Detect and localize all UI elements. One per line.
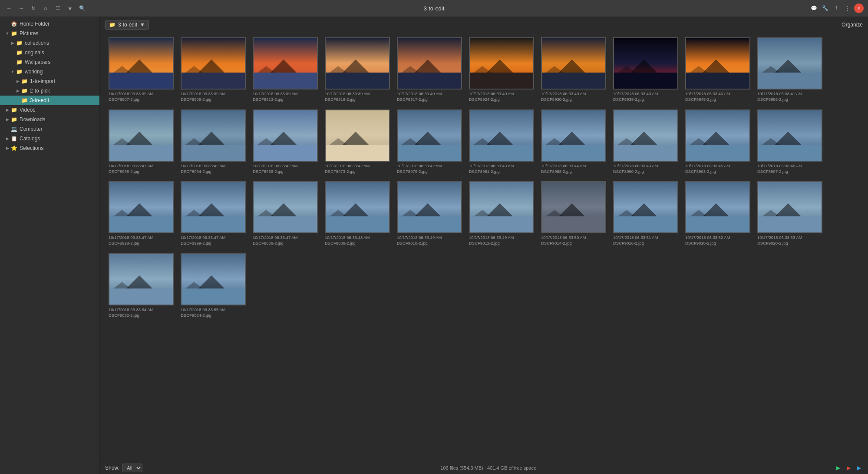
photo-item[interactable]: 10/17/2018 06:33:41 AMDSCF8958-2.jpg xyxy=(109,109,174,175)
photo-item[interactable]: 10/17/2018 06:33:45 AMDSCF8993-2.jpg xyxy=(685,109,750,175)
photo-item[interactable]: 10/17/2018 06:33:41 AMDSCF8956-2.jpg xyxy=(757,37,822,103)
arrow-icon: ▶ xyxy=(4,107,10,113)
photo-item[interactable]: 10/17/2018 06:33:40 AMDSCF8945-2.jpg xyxy=(685,37,750,103)
photo-item[interactable]: 10/17/2018 06:33:49 AMDSCF9010-2.jpg xyxy=(397,181,462,246)
photo-item[interactable]: 10/17/2018 06:33:42 AMDSCF8979-2.jpg xyxy=(397,109,462,175)
back-button[interactable]: ← xyxy=(4,3,14,13)
sidebar-item-label: collections xyxy=(25,40,96,46)
statusbar: Show: All 106 files (554.3 MB) · 401.4 G… xyxy=(100,461,868,474)
sidebar-item-label: 2-to-pick xyxy=(30,88,96,94)
sidebar-item-originals[interactable]: 📁originals xyxy=(0,48,99,57)
photo-item[interactable]: 10/17/2018 06:33:46 AMDSCF8997-2.jpg xyxy=(757,109,822,175)
photo-item[interactable]: 10/17/2018 06:33:40 AMDSCF8930-2.jpg xyxy=(541,37,606,103)
photo-item[interactable]: 10/17/2018 06:33:51 AMDSCF9016-2.jpg xyxy=(613,181,678,246)
photo-date: 10/17/2018 06:33:42 AM xyxy=(325,163,390,169)
photo-item[interactable]: 10/17/2018 06:33:47 AMDSCF8998-2.jpg xyxy=(109,181,174,246)
photo-item[interactable]: 10/17/2018 06:33:52 AMDSCF9018-2.jpg xyxy=(685,181,750,246)
sidebar-item-computer[interactable]: 💻Computer xyxy=(0,124,99,134)
photo-filename: DSCF8916-2.jpg xyxy=(325,96,390,102)
bookmark-button[interactable]: ★ xyxy=(65,3,75,13)
search-button[interactable]: 🔍 xyxy=(77,3,87,13)
photo-item[interactable]: 10/17/2018 06:33:54 AMDSCF9022-2.jpg xyxy=(109,253,174,318)
arrow-icon: ▶ xyxy=(4,116,10,123)
photo-item[interactable]: 10/17/2018 06:33:39 AMDSCF8909-2.jpg xyxy=(181,37,246,103)
play-blue-button[interactable]: ▶ xyxy=(855,464,863,472)
photo-filename: DSCF9016-2.jpg xyxy=(613,240,678,246)
titlebar-right: 💬 🔧 ⇡ ⋮ ✕ xyxy=(809,3,864,13)
close-button[interactable]: ✕ xyxy=(854,3,864,13)
files-button[interactable]: ☷ xyxy=(53,3,63,13)
sidebar-item-wallpapers[interactable]: 📁Wallpapers xyxy=(0,57,99,67)
arrow-icon xyxy=(10,59,16,65)
sidebar-item-catalogs[interactable]: ▶📋Catalogs xyxy=(0,134,99,143)
photo-item[interactable]: 10/17/2018 06:33:47 AMDSCF8999-2.jpg xyxy=(181,181,246,246)
folder-icon: 📁 xyxy=(21,97,28,104)
photo-item[interactable]: 10/17/2018 06:33:42 AMDSCF8964-2.jpg xyxy=(181,109,246,175)
forward-button[interactable]: → xyxy=(17,3,26,13)
refresh-button[interactable]: ↻ xyxy=(29,3,38,13)
photo-filename: DSCF9008-2.jpg xyxy=(325,240,390,246)
sidebar-item-label: Downloads xyxy=(20,116,96,123)
sidebar-item-pictures[interactable]: ▼📁Pictures xyxy=(0,29,99,38)
photo-item[interactable]: 10/17/2018 06:33:55 AMDSCF9024-2.jpg xyxy=(181,253,246,318)
tools-icon[interactable]: 🔧 xyxy=(820,3,830,13)
photo-item[interactable]: 10/17/2018 06:33:43 AMDSCF8990-2.jpg xyxy=(613,109,678,175)
show-label: Show: xyxy=(105,465,119,471)
photo-date: 10/17/2018 06:33:39 AM xyxy=(325,91,390,96)
chat-icon[interactable]: 💬 xyxy=(809,3,818,13)
play-red-button[interactable]: ▶ xyxy=(845,464,852,472)
photo-item[interactable]: 10/17/2018 06:33:53 AMDSCF9020-2.jpg xyxy=(757,181,822,246)
photo-filename: DSCF8981-2.jpg xyxy=(469,169,534,174)
sidebar-item-collections[interactable]: ▶📁collections xyxy=(0,38,99,48)
sidebar-item-1-to-import[interactable]: ▶📁1-to-import xyxy=(0,76,99,86)
home-button[interactable]: ⌂ xyxy=(41,3,50,13)
photo-meta: 10/17/2018 06:33:41 AMDSCF8956-2.jpg xyxy=(757,91,822,103)
photo-item[interactable]: 10/17/2018 06:33:42 AMDSCF8973-2.jpg xyxy=(325,109,390,175)
photo-item[interactable]: 10/17/2018 06:33:48 AMDSCF9008-2.jpg xyxy=(325,181,390,246)
play-green-button[interactable]: ▶ xyxy=(834,464,842,472)
sidebar-item-2-to-pick[interactable]: ▶📁2-to-pick xyxy=(0,86,99,96)
photo-item[interactable]: 10/17/2018 06:33:40 AMDSCF8924-2.jpg xyxy=(469,37,534,103)
photo-meta: 10/17/2018 06:33:49 AMDSCF9012-2.jpg xyxy=(469,235,534,246)
photo-thumbnail xyxy=(685,37,750,89)
photo-item[interactable]: 10/17/2018 06:33:47 AMDSCF9006-2.jpg xyxy=(253,181,318,246)
photo-item[interactable]: 10/17/2018 06:33:43 AMDSCF8981-2.jpg xyxy=(469,109,534,175)
photo-filename: DSCF8956-2.jpg xyxy=(757,96,822,102)
sidebar-item-home-folder[interactable]: 🏠Home Folder xyxy=(0,19,99,29)
photo-filename: DSCF8993-2.jpg xyxy=(685,169,750,174)
menu-icon[interactable]: ⋮ xyxy=(843,3,852,13)
photo-item[interactable]: 10/17/2018 06:33:40 AMDSCF8939-2.jpg xyxy=(613,37,678,103)
photo-item[interactable]: 10/17/2018 06:33:44 AMDSCF8988-2.jpg xyxy=(541,109,606,175)
photo-date: 10/17/2018 06:33:55 AM xyxy=(181,307,246,312)
photo-date: 10/17/2018 06:33:40 AM xyxy=(541,91,606,96)
upload-icon[interactable]: ⇡ xyxy=(832,3,841,13)
sidebar-item-downloads[interactable]: ▶📁Downloads xyxy=(0,115,99,124)
photo-item[interactable]: 10/17/2018 06:33:40 AMDSCF8917-2.jpg xyxy=(397,37,462,103)
photo-item[interactable]: 10/17/2018 06:33:42 AMDSCF8966-2.jpg xyxy=(253,109,318,175)
organize-button[interactable]: Organize xyxy=(842,22,863,28)
photo-item[interactable]: 10/17/2018 06:33:49 AMDSCF9012-2.jpg xyxy=(469,181,534,246)
folder-icon: 📁 xyxy=(10,106,17,113)
sidebar-item-label: Selections xyxy=(20,145,96,151)
breadcrumb-button[interactable]: 📁 3-to-edit ▼ xyxy=(105,20,149,30)
photo-meta: 10/17/2018 06:33:40 AMDSCF8924-2.jpg xyxy=(469,91,534,103)
photo-date: 10/17/2018 06:33:42 AM xyxy=(397,163,462,169)
sidebar-item-working[interactable]: ▼📁working xyxy=(0,67,99,76)
photo-item[interactable]: 10/17/2018 06:33:39 AMDSCF8913-2.jpg xyxy=(253,37,318,103)
photo-date: 10/17/2018 06:33:44 AM xyxy=(541,163,606,169)
sidebar-item-selections[interactable]: ▶⭐Selections xyxy=(0,143,99,153)
photo-filename: DSCF8988-2.jpg xyxy=(541,169,606,174)
photo-item[interactable]: 10/17/2018 06:33:50 AMDSCF9014-2.jpg xyxy=(541,181,606,246)
sidebar-item-videos[interactable]: ▶📁Videos xyxy=(0,105,99,115)
sidebar-item-label: Home Folder xyxy=(20,21,96,27)
sidebar-item-3-to-edit[interactable]: 📁3-to-edit xyxy=(0,96,99,105)
sidebar-item-label: Wallpapers xyxy=(25,59,96,65)
photo-thumbnail xyxy=(253,109,318,162)
photo-item[interactable]: 10/17/2018 06:33:39 AMDSCF8916-2.jpg xyxy=(325,37,390,103)
folder-icon: 📁 xyxy=(16,59,23,66)
show-select[interactable]: All xyxy=(122,464,142,472)
photo-item[interactable]: 10/17/2018 06:33:39 AMDSCF8907-2.jpg xyxy=(109,37,174,103)
photo-thumbnail xyxy=(685,181,750,233)
photo-meta: 10/17/2018 06:33:40 AMDSCF8939-2.jpg xyxy=(613,91,678,103)
photo-meta: 10/17/2018 06:33:41 AMDSCF8958-2.jpg xyxy=(109,163,174,175)
